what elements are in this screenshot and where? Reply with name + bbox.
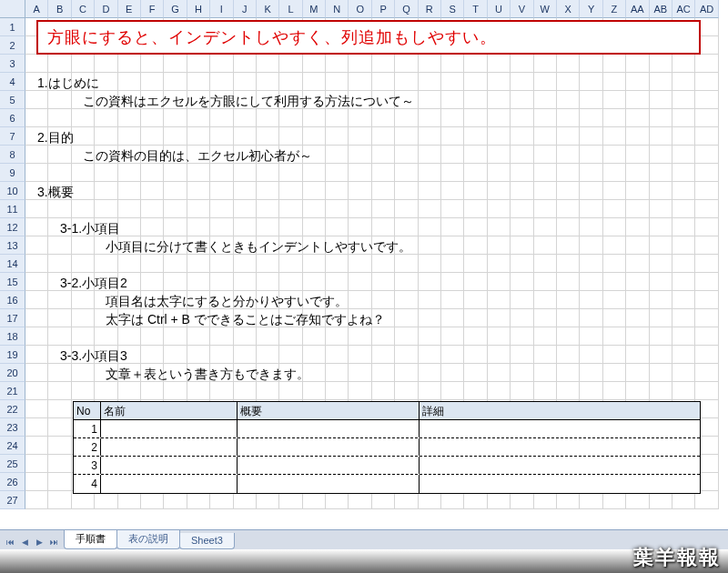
cell[interactable] [279,127,302,146]
cell[interactable] [72,73,95,91]
cell[interactable] [603,73,626,91]
cell[interactable] [626,218,649,236]
cell[interactable] [257,91,279,109]
cell[interactable] [441,218,464,236]
cell[interactable] [580,109,602,127]
cell[interactable] [48,200,71,218]
cell[interactable] [372,218,395,236]
select-all-corner[interactable] [0,0,25,18]
cell[interactable] [257,291,279,309]
cell[interactable] [464,91,487,109]
cell[interactable] [580,255,602,273]
row-head-7[interactable]: 7 [0,127,25,146]
col-head-D[interactable]: D [95,0,117,18]
col-head-K[interactable]: K [257,0,279,18]
cell[interactable] [441,109,464,127]
cell[interactable] [580,164,602,182]
cell[interactable] [464,127,487,146]
cell[interactable] [372,164,395,182]
cell[interactable] [118,255,141,273]
row-head-4[interactable]: 4 [0,73,25,91]
cell[interactable] [187,146,210,164]
cell[interactable] [511,273,533,291]
cell[interactable] [164,309,187,327]
cell[interactable] [488,146,511,164]
row-head-21[interactable]: 21 [0,382,25,400]
cell[interactable] [372,491,395,509]
cell[interactable] [603,182,626,200]
tab-first-icon[interactable]: ⏮ [4,535,16,549]
cell[interactable] [419,273,441,291]
cell[interactable] [326,255,349,273]
cell[interactable] [187,309,210,327]
cell[interactable] [372,55,395,73]
cell[interactable] [580,291,602,309]
cell[interactable] [534,291,557,309]
cell[interactable] [395,182,418,200]
cell[interactable] [326,55,349,73]
cell[interactable] [511,291,533,309]
cell[interactable] [72,55,95,73]
cell[interactable] [279,491,302,509]
cell[interactable] [511,364,533,382]
cell[interactable] [234,327,257,346]
cell[interactable] [48,291,71,309]
cell[interactable] [326,146,349,164]
cell[interactable] [326,291,349,309]
cell[interactable] [25,164,48,182]
cell[interactable] [534,309,557,327]
cell[interactable] [95,200,117,218]
cell[interactable] [72,491,95,509]
cell[interactable] [25,346,48,364]
cell[interactable] [419,182,441,200]
cell[interactable] [25,491,48,509]
cell[interactable] [650,182,672,200]
cell[interactable] [650,55,672,73]
cell[interactable] [72,255,95,273]
cell[interactable] [419,146,441,164]
cell[interactable] [441,255,464,273]
cell[interactable] [118,291,141,309]
cell[interactable] [118,73,141,91]
cell[interactable] [603,200,626,218]
cell[interactable] [650,382,672,400]
cell[interactable] [349,218,371,236]
col-head-A[interactable]: A [25,0,48,18]
cell[interactable] [349,346,371,364]
cell[interactable] [210,164,233,182]
cell[interactable] [672,73,695,91]
cell[interactable] [464,200,487,218]
cell[interactable] [118,382,141,400]
cell[interactable] [603,309,626,327]
cell[interactable] [441,364,464,382]
cell[interactable] [511,382,533,400]
cell[interactable] [164,236,187,255]
cell[interactable] [511,109,533,127]
col-head-V[interactable]: V [511,0,533,18]
col-head-E[interactable]: E [118,0,141,18]
cell[interactable] [303,327,326,346]
cell[interactable] [534,164,557,182]
cell[interactable] [95,164,117,182]
cell[interactable] [650,327,672,346]
cell[interactable] [672,182,695,200]
cell[interactable] [210,273,233,291]
cell[interactable] [372,182,395,200]
cell[interactable] [580,327,602,346]
cell[interactable] [141,91,164,109]
cell[interactable] [349,91,371,109]
cell[interactable] [650,109,672,127]
cell[interactable] [534,236,557,255]
cell[interactable] [534,200,557,218]
cell[interactable] [141,273,164,291]
cell[interactable] [464,55,487,73]
cell[interactable] [25,200,48,218]
cell[interactable] [303,309,326,327]
cell[interactable] [141,109,164,127]
tab-prev-icon[interactable]: ◀ [18,535,31,549]
cell[interactable] [557,109,580,127]
cell[interactable] [279,327,302,346]
cell[interactable] [164,346,187,364]
cell[interactable] [187,291,210,309]
cell[interactable] [303,55,326,73]
